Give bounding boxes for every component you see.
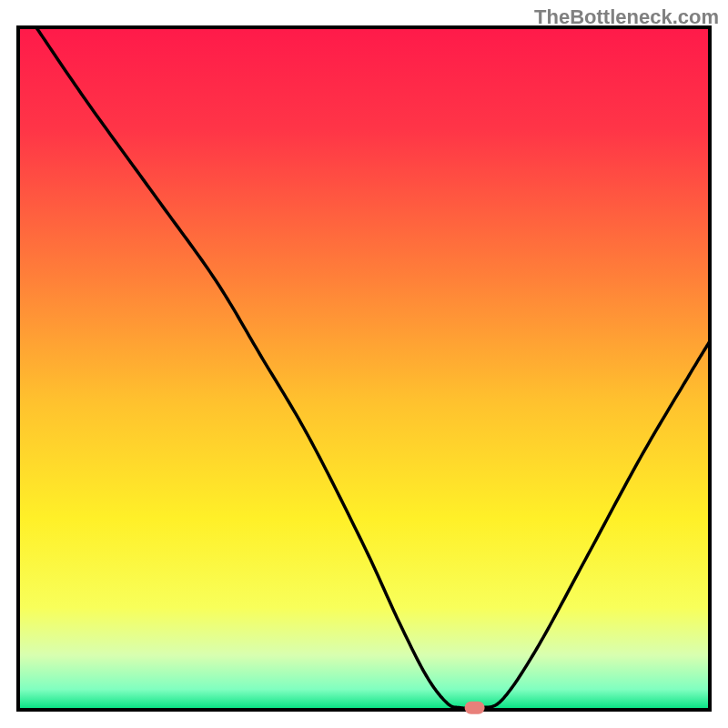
watermark-text: TheBottleneck.com	[534, 5, 719, 29]
gradient-background	[18, 27, 710, 710]
optimum-marker	[465, 702, 485, 714]
bottleneck-chart	[0, 0, 728, 728]
chart-container: TheBottleneck.com	[0, 0, 728, 728]
